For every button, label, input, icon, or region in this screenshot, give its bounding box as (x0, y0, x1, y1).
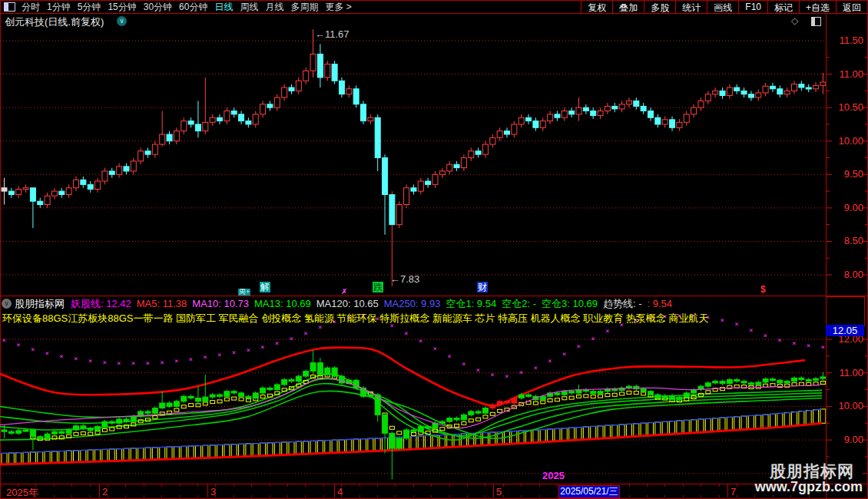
period-tab-周线[interactable]: 周线 (240, 1, 258, 14)
period-tab-1分钟[interactable]: 1分钟 (47, 1, 71, 14)
toolbar-actions: 复权叠加多股统计画线F10标记+自选返回 (581, 1, 867, 13)
toolbar-button-返回[interactable]: 返回 (836, 1, 867, 13)
minor-tick (323, 484, 324, 487)
selected-date-box: 2025/05/21/三 (558, 485, 620, 498)
period-tab-更多 >[interactable]: 更多 > (325, 1, 351, 14)
low-price-annotation: ←7.83 (390, 273, 419, 285)
indicator-value: 空仓1: 9.54 (446, 297, 496, 311)
price-axis-label: 11.00 (828, 69, 866, 80)
minor-tick (161, 495, 162, 497)
minor-tick (647, 484, 648, 487)
minor-tick (754, 495, 755, 497)
svg-text:×: × (275, 339, 279, 347)
timeline-year-label: 2025年 (6, 486, 38, 499)
indicator-params-row: ∨ 股朋指标网 妖股线: 12.42MA5: 11.38MA10: 10.73M… (2, 297, 823, 310)
minor-tick (395, 484, 396, 487)
price-axis-label: 8.00 (828, 269, 866, 280)
indicator-value: 妖股线: 12.42 (71, 297, 131, 311)
toolbar-button-标记[interactable]: 标记 (767, 1, 799, 13)
svg-text:×: × (131, 359, 135, 367)
price-axis-label: 9.50 (828, 169, 866, 180)
window-icon[interactable] (4, 2, 15, 12)
minor-tick (629, 495, 630, 497)
minor-tick (323, 495, 324, 497)
minor-tick (54, 484, 55, 487)
minor-tick (485, 495, 485, 497)
price-axis-label: 9.00 (828, 435, 866, 445)
svg-text:×: × (260, 343, 264, 351)
svg-text:×: × (505, 372, 509, 380)
chevron-down-icon[interactable]: ∨ (117, 16, 127, 26)
news-badge-jie[interactable]: 解 (260, 282, 270, 292)
minor-tick (71, 484, 72, 487)
minor-tick (54, 495, 55, 497)
indicator-value: MA13: 10.69 (254, 298, 311, 309)
diamond-icon[interactable]: ◇ (791, 15, 798, 26)
year-marker: 2025 (542, 470, 565, 481)
svg-text:×: × (764, 332, 767, 339)
svg-text:×: × (577, 342, 581, 350)
minor-tick (719, 484, 720, 487)
price-axis-label: 8.50 (828, 236, 866, 246)
toolbar-button-+自选[interactable]: +自选 (799, 1, 836, 13)
svg-text:×: × (59, 352, 63, 360)
minor-tick (90, 495, 91, 497)
minor-tick (251, 484, 252, 487)
split-pane-icon[interactable] (811, 17, 821, 26)
minor-tick (521, 484, 522, 487)
svg-text:×: × (246, 346, 250, 354)
minor-tick (108, 495, 108, 497)
minor-tick (539, 484, 540, 487)
minor-tick (234, 495, 234, 497)
svg-text:×: × (562, 350, 566, 358)
period-tab-60分钟[interactable]: 60分钟 (179, 1, 207, 14)
period-tab-5分钟[interactable]: 5分钟 (78, 1, 101, 14)
minor-tick (251, 495, 252, 497)
axis-separator (826, 13, 827, 498)
minor-tick (701, 484, 701, 487)
svg-text:×: × (462, 360, 465, 368)
indicator-value: 趋势线: - (603, 297, 642, 311)
month-tick (99, 484, 100, 497)
toolbar-button-统计[interactable]: 统计 (675, 1, 707, 13)
svg-text:×: × (404, 329, 408, 337)
indicator-value: MA120: 10.65 (316, 298, 379, 309)
period-tab-15分钟[interactable]: 15分钟 (108, 1, 136, 14)
toolbar-button-复权[interactable]: 复权 (581, 1, 612, 13)
toolbar-button-画线[interactable]: 画线 (707, 1, 738, 13)
minor-tick (413, 495, 414, 497)
indicator-value: MA10: 10.73 (192, 298, 249, 309)
toolbar-button-F10[interactable]: F10 (738, 1, 767, 13)
news-badge-die[interactable]: 跌 (373, 282, 383, 292)
toolbar-button-多股[interactable]: 多股 (644, 1, 675, 13)
minor-tick (270, 495, 270, 497)
svg-text:×: × (102, 359, 106, 366)
timeline[interactable]: 2025年 2025/05/21/三 23457 (0, 484, 868, 498)
period-tab-分时[interactable]: 分时 (22, 1, 40, 14)
month-label: 7 (731, 486, 736, 497)
period-tab-30分钟[interactable]: 30分钟 (144, 1, 172, 14)
cross-marker-badge: ✗ (341, 288, 347, 295)
minor-tick (359, 495, 360, 497)
minor-tick (790, 495, 791, 497)
period-tab-月线[interactable]: 月线 (265, 1, 283, 14)
minor-tick (683, 484, 684, 487)
svg-text:×: × (807, 342, 810, 349)
minor-tick (701, 495, 701, 497)
minor-tick (359, 484, 360, 487)
minor-tick (557, 484, 558, 487)
minor-tick (287, 495, 288, 497)
svg-text:×: × (203, 353, 207, 361)
toolbar-button-叠加[interactable]: 叠加 (612, 1, 644, 13)
period-tab-日线[interactable]: 日线 (214, 1, 233, 14)
period-tab-多周期[interactable]: 多周期 (290, 1, 318, 14)
svg-text:×: × (232, 349, 236, 356)
period-tabs: 分时1分钟5分钟15分钟30分钟60分钟日线周线月线多周期更多 > (1, 1, 359, 14)
minor-tick (180, 495, 181, 497)
stock-title[interactable]: 创元科技(日线.前复权) (5, 15, 104, 29)
minor-tick (377, 484, 378, 487)
news-badge-cai[interactable]: 财 (477, 282, 488, 292)
minor-tick (108, 484, 108, 487)
chevron-down-icon[interactable]: ∨ (2, 299, 12, 309)
sector-tags[interactable]: 环保设备88GS江苏板块88GS一带一路 国防军工 军民融合 创投概念 氢能源 … (2, 312, 824, 325)
